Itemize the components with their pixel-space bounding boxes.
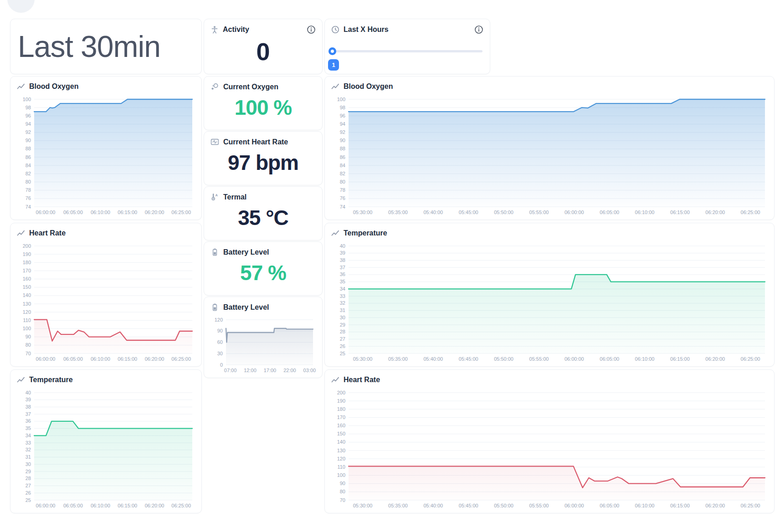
svg-text:94: 94 (26, 121, 31, 127)
activity-card: Activity 0 (204, 19, 323, 74)
svg-text:40: 40 (340, 243, 345, 249)
svg-text:06:20:00: 06:20:00 (145, 503, 164, 508)
svg-text:05:30:00: 05:30:00 (353, 356, 373, 362)
svg-text:06:15:00: 06:15:00 (670, 356, 690, 362)
svg-text:06:05:00: 06:05:00 (63, 503, 83, 508)
svg-text:90: 90 (26, 334, 31, 339)
temperature-left-plot[interactable]: 4039383736353433323130292827262506:00:00… (13, 389, 196, 510)
svg-text:39: 39 (26, 397, 31, 402)
svg-text:06:00:00: 06:00:00 (36, 210, 56, 215)
corner-avatar-circle[interactable] (7, 0, 35, 13)
hours-slider: 1 (332, 46, 482, 70)
blood-oxygen-right-card: Blood Oxygen 100989694929088868482807876… (324, 76, 775, 220)
svg-text:140: 140 (23, 292, 31, 298)
termal-card: A Termal 35 °C (204, 186, 323, 240)
svg-text:120: 120 (337, 456, 345, 461)
current-oxygen-label: Current Oxygen (223, 83, 278, 91)
svg-text:29: 29 (340, 322, 345, 327)
svg-text:06:10:00: 06:10:00 (635, 210, 655, 215)
info-icon[interactable] (307, 25, 316, 34)
svg-text:39: 39 (340, 250, 345, 256)
svg-text:94: 94 (340, 121, 345, 127)
svg-text:82: 82 (26, 171, 31, 176)
svg-text:03:00: 03:00 (303, 368, 316, 373)
current-heart-rate-card: Current Heart Rate 97 bpm (204, 131, 323, 185)
svg-text:06:10:00: 06:10:00 (91, 356, 110, 362)
svg-text:06:00:00: 06:00:00 (36, 356, 56, 362)
trend-icon (17, 229, 25, 237)
svg-text:06:25:00: 06:25:00 (171, 356, 191, 362)
svg-text:80: 80 (26, 179, 31, 184)
svg-text:06:05:00: 06:05:00 (600, 503, 619, 508)
svg-text:05:40:00: 05:40:00 (423, 356, 443, 362)
battery-chart-title: Battery Level (223, 303, 269, 312)
blood-oxygen-right-plot[interactable]: 1009896949290888684828078767405:30:0005:… (328, 96, 769, 217)
svg-text:0: 0 (220, 362, 223, 368)
svg-text:05:45:00: 05:45:00 (459, 356, 478, 362)
svg-text:25: 25 (340, 351, 345, 356)
svg-text:05:35:00: 05:35:00 (388, 356, 408, 362)
battery-chart-plot[interactable]: 120906030007:0012:0017:0022:0003:00 (207, 316, 317, 375)
svg-text:33: 33 (340, 293, 345, 299)
svg-text:27: 27 (26, 483, 31, 488)
svg-text:06:10:00: 06:10:00 (91, 210, 110, 215)
svg-text:92: 92 (26, 129, 31, 135)
current-oxygen-value: 100 % (204, 91, 322, 124)
termal-label: Termal (223, 193, 246, 201)
svg-text:90: 90 (26, 138, 31, 143)
svg-text:06:20:00: 06:20:00 (705, 356, 725, 362)
svg-text:32: 32 (26, 447, 31, 452)
svg-text:200: 200 (337, 390, 345, 395)
svg-text:06:25:00: 06:25:00 (741, 356, 760, 362)
svg-text:76: 76 (26, 195, 31, 201)
svg-text:70: 70 (26, 351, 31, 356)
last-x-hours-label: Last X Hours (344, 26, 389, 34)
info-icon[interactable] (474, 25, 483, 34)
svg-text:120: 120 (215, 317, 223, 322)
svg-text:05:40:00: 05:40:00 (423, 503, 443, 508)
slider-handle[interactable] (328, 47, 336, 55)
chart-title: Blood Oxygen (29, 82, 78, 91)
slider-track[interactable] (332, 50, 482, 52)
svg-text:12:00: 12:00 (244, 368, 257, 373)
svg-text:05:45:00: 05:45:00 (459, 503, 478, 508)
svg-text:06:05:00: 06:05:00 (63, 210, 83, 215)
svg-text:06:20:00: 06:20:00 (705, 503, 725, 508)
svg-text:05:35:00: 05:35:00 (388, 210, 408, 215)
svg-text:06:00:00: 06:00:00 (564, 210, 584, 215)
svg-text:180: 180 (23, 260, 31, 265)
svg-text:170: 170 (337, 414, 345, 420)
svg-text:07:00: 07:00 (224, 368, 237, 373)
svg-text:86: 86 (26, 154, 31, 160)
svg-text:100: 100 (337, 472, 345, 478)
svg-text:06:25:00: 06:25:00 (171, 210, 191, 215)
current-oxygen-card: Current Oxygen 100 % (204, 76, 323, 130)
svg-text:100: 100 (337, 97, 345, 102)
blood-oxygen-left-plot[interactable]: 1009896949290888684828078767406:00:0006:… (13, 96, 196, 217)
svg-text:31: 31 (26, 454, 31, 460)
svg-text:96: 96 (26, 113, 31, 118)
svg-text:140: 140 (337, 439, 345, 445)
svg-text:160: 160 (337, 423, 345, 428)
chart-title: Blood Oxygen (344, 82, 393, 91)
heart-rate-left-plot[interactable]: 2001901801701601501401301201101009080700… (13, 242, 196, 363)
activity-value: 0 (204, 34, 322, 69)
svg-text:32: 32 (340, 300, 345, 306)
svg-text:36: 36 (340, 271, 345, 277)
svg-text:06:00:00: 06:00:00 (564, 356, 584, 362)
svg-text:06:15:00: 06:15:00 (118, 210, 137, 215)
battery-level-label: Battery Level (223, 248, 269, 256)
svg-text:05:50:00: 05:50:00 (494, 210, 513, 215)
battery-level-value: 57 % (204, 256, 322, 289)
svg-text:74: 74 (26, 204, 31, 210)
chart-title: Temperature (29, 376, 73, 384)
clock-icon (331, 26, 339, 34)
svg-text:34: 34 (26, 433, 31, 438)
svg-text:06:15:00: 06:15:00 (670, 210, 690, 215)
temperature-right-plot[interactable]: 4039383736353433323130292827262505:30:00… (328, 242, 769, 363)
svg-text:06:20:00: 06:20:00 (705, 210, 725, 215)
svg-text:84: 84 (340, 163, 345, 168)
svg-text:110: 110 (337, 464, 345, 470)
heart-rate-right-plot[interactable]: 2001901801701601501401301201101009080700… (328, 389, 769, 510)
chart-title: Heart Rate (344, 376, 380, 384)
